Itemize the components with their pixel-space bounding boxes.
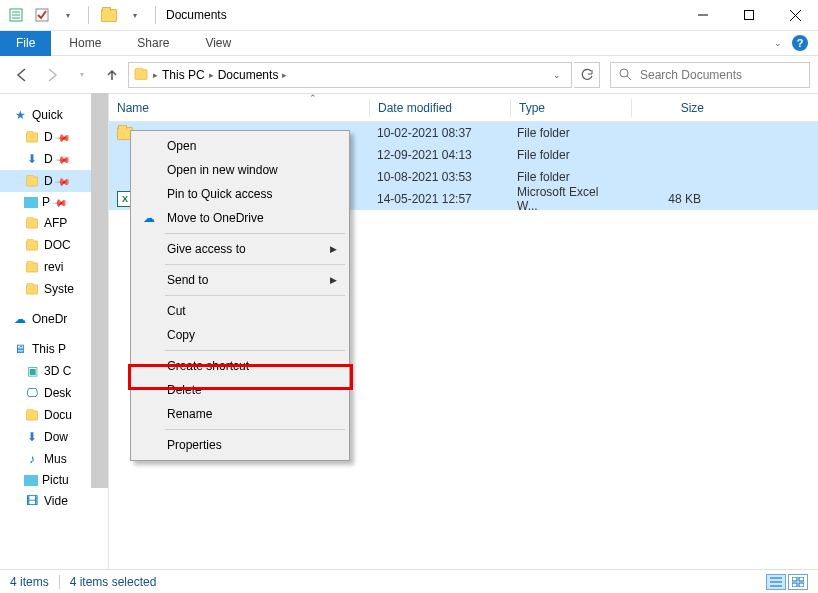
chevron-right-icon[interactable]: ▸ — [153, 70, 158, 80]
up-button[interactable] — [98, 61, 126, 89]
forward-button[interactable] — [38, 61, 66, 89]
column-size[interactable]: Size — [632, 101, 712, 115]
menu-pin-quick-access[interactable]: Pin to Quick access — [133, 182, 347, 206]
crumb-thispc[interactable]: This PC — [162, 68, 205, 82]
icons-view-button[interactable] — [788, 574, 808, 590]
menu-move-onedrive[interactable]: ☁Move to OneDrive — [133, 206, 347, 230]
crumb-documents[interactable]: Documents — [218, 68, 279, 82]
menu-give-access[interactable]: Give access to▶ — [133, 237, 347, 261]
chevron-right-icon[interactable]: ▸ — [209, 70, 214, 80]
pin-icon: 📌 — [52, 194, 68, 210]
svg-rect-16 — [792, 583, 797, 587]
menu-separator — [165, 350, 345, 351]
tab-file[interactable]: File — [0, 31, 51, 56]
menu-send-to[interactable]: Send to▶ — [133, 268, 347, 292]
folder-icon — [24, 259, 40, 275]
folder-icon — [24, 129, 40, 145]
titlebar: ▾ ▾ Documents — [0, 0, 818, 31]
menu-rename[interactable]: Rename — [133, 402, 347, 426]
status-selected-count: 4 items selected — [70, 575, 157, 589]
folder-dropdown-icon[interactable]: ▾ — [125, 5, 145, 25]
documents-icon — [24, 173, 40, 189]
context-menu: Open Open in new window Pin to Quick acc… — [130, 130, 350, 461]
cube-icon: ▣ — [24, 363, 40, 379]
pictures-icon — [24, 197, 38, 208]
column-name[interactable]: Name — [109, 101, 369, 115]
svg-rect-6 — [745, 11, 754, 20]
separator — [59, 575, 60, 589]
window-title: Documents — [166, 8, 227, 22]
recent-dropdown-icon[interactable]: ▾ — [68, 61, 96, 89]
menu-cut[interactable]: Cut — [133, 299, 347, 323]
column-type[interactable]: Type — [511, 101, 631, 115]
back-button[interactable] — [8, 61, 36, 89]
menu-copy[interactable]: Copy — [133, 323, 347, 347]
music-icon: ♪ — [24, 451, 40, 467]
tab-view[interactable]: View — [187, 32, 249, 54]
menu-delete[interactable]: Delete — [133, 378, 347, 402]
search-input[interactable]: Search Documents — [610, 62, 810, 88]
nav-videos[interactable]: 🎞Vide — [0, 490, 108, 512]
column-date[interactable]: Date modified — [370, 101, 510, 115]
status-bar: 4 items 4 items selected — [0, 569, 818, 593]
nav-scrollbar[interactable] — [91, 93, 108, 493]
pc-icon: 🖥 — [12, 341, 28, 357]
menu-create-shortcut[interactable]: Create shortcut — [133, 354, 347, 378]
video-icon: 🎞 — [24, 493, 40, 509]
svg-rect-15 — [799, 577, 804, 581]
menu-separator — [165, 264, 345, 265]
crumb-dropdown-icon[interactable]: ⌄ — [547, 70, 567, 80]
status-item-count: 4 items — [10, 575, 49, 589]
cloud-icon: ☁ — [12, 311, 28, 327]
download-icon: ⬇ — [24, 429, 40, 445]
desktop-icon: 🖵 — [24, 385, 40, 401]
star-icon: ★ — [12, 107, 28, 123]
help-button[interactable]: ? — [792, 35, 808, 51]
menu-open[interactable]: Open — [133, 134, 347, 158]
menu-separator — [165, 295, 345, 296]
maximize-button[interactable] — [726, 0, 772, 31]
menu-separator — [165, 233, 345, 234]
svg-rect-14 — [792, 577, 797, 581]
refresh-button[interactable] — [574, 62, 600, 88]
pin-icon: 📌 — [55, 173, 71, 189]
svg-line-10 — [627, 76, 631, 80]
menu-properties[interactable]: Properties — [133, 433, 347, 457]
svg-point-9 — [620, 69, 628, 77]
minimize-button[interactable] — [680, 0, 726, 31]
search-icon — [619, 68, 632, 81]
documents-icon — [24, 407, 40, 423]
folder-icon — [24, 281, 40, 297]
menu-separator — [165, 429, 345, 430]
properties-icon[interactable] — [6, 5, 26, 25]
sort-indicator-icon: ⌃ — [309, 93, 317, 103]
details-view-button[interactable] — [766, 574, 786, 590]
menu-open-new-window[interactable]: Open in new window — [133, 158, 347, 182]
address-bar: ▾ ▸ This PC ▸ Documents ▸ ⌄ Search Docum… — [0, 56, 818, 94]
close-button[interactable] — [772, 0, 818, 31]
folder-icon — [24, 215, 40, 231]
folder-icon — [99, 5, 119, 25]
pin-icon: 📌 — [55, 151, 71, 167]
ribbon-tabs: File Home Share View ⌄ ? — [0, 31, 818, 56]
qat-dropdown-icon[interactable]: ▾ — [58, 5, 78, 25]
scroll-thumb[interactable] — [91, 93, 108, 488]
documents-icon — [133, 67, 149, 83]
pictures-icon — [24, 475, 38, 486]
tab-home[interactable]: Home — [51, 32, 119, 54]
pin-icon: 📌 — [55, 129, 71, 145]
download-icon: ⬇ — [24, 151, 40, 167]
tab-share[interactable]: Share — [119, 32, 187, 54]
chevron-right-icon: ▶ — [330, 275, 337, 285]
breadcrumb[interactable]: ▸ This PC ▸ Documents ▸ ⌄ — [128, 62, 572, 88]
cloud-icon: ☁ — [141, 210, 157, 226]
column-headers: ⌃ Name Date modified Type Size — [109, 94, 818, 122]
search-placeholder: Search Documents — [640, 68, 742, 82]
checkbox-icon[interactable] — [32, 5, 52, 25]
folder-icon — [24, 237, 40, 253]
chevron-right-icon[interactable]: ▸ — [282, 70, 287, 80]
ribbon-chevron-icon[interactable]: ⌄ — [774, 38, 782, 48]
chevron-right-icon: ▶ — [330, 244, 337, 254]
svg-rect-17 — [799, 583, 804, 587]
